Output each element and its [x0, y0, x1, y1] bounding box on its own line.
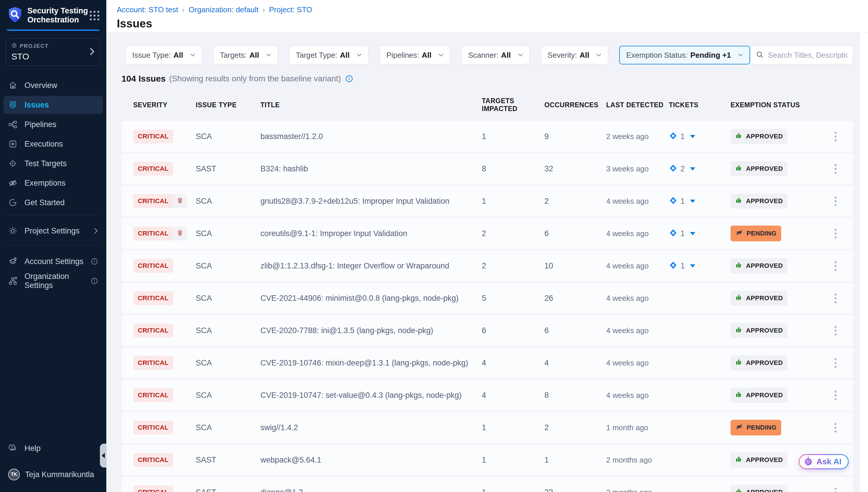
sidebar-item-test-targets[interactable]: Test Targets	[3, 154, 103, 173]
scrollbar[interactable]	[859, 33, 868, 492]
occurrences-cell: 10	[544, 262, 606, 270]
tickets-cell[interactable]: 1	[669, 228, 731, 239]
chevron-right-icon	[89, 48, 95, 57]
issue-type-cell: SAST	[196, 456, 260, 465]
table-row[interactable]: CRITICAL SCA gnutls28@3.7.9-2+deb12u5: I…	[122, 186, 853, 217]
filter-pipelines[interactable]: Pipelines:All	[379, 46, 450, 65]
row-menu-button[interactable]	[833, 324, 838, 337]
chevron-down-icon	[190, 53, 195, 57]
sidebar-collapse-handle[interactable]	[100, 444, 107, 468]
filter-target-type[interactable]: Target Type:All	[289, 46, 368, 65]
row-menu-button[interactable]	[833, 421, 838, 434]
row-menu-button[interactable]	[833, 389, 838, 402]
row-menu-button[interactable]	[833, 356, 838, 370]
project-name: STO	[11, 52, 95, 62]
user-menu[interactable]: TK Teja Kummarikuntla	[3, 466, 103, 484]
avatar: TK	[8, 469, 20, 480]
jira-icon	[669, 196, 678, 206]
search-box	[750, 46, 853, 65]
caret-down-icon	[690, 167, 695, 171]
table-row[interactable]: CRITICAL SCA zlib@1:1.2.13.dfsg-1: Integ…	[122, 250, 853, 281]
row-menu-button[interactable]	[833, 227, 838, 240]
ask-ai-button[interactable]: Ask AI	[799, 454, 849, 469]
app-switcher-icon[interactable]	[90, 11, 99, 20]
issue-type-cell: SCA	[196, 294, 260, 303]
issue-title-cell: bassmaster//1.2.0	[260, 132, 482, 141]
occurrences-cell: 22	[544, 488, 606, 492]
chevron-separator-icon: ›	[262, 6, 265, 14]
exemption-status-badge-approved: APPROVED	[731, 291, 788, 306]
table-row[interactable]: CRITICAL SCA swig//1.4.2 1 2 1 month ago…	[122, 412, 853, 443]
row-menu-button[interactable]	[833, 292, 838, 305]
sidebar-item-organization-settings[interactable]: Organization Settings	[3, 272, 103, 290]
col-header-exemption-status: EXEMPTION STATUS	[731, 101, 818, 109]
app-header: Security Testing Orchestration	[0, 0, 106, 24]
sidebar-item-exemptions[interactable]: Exemptions	[3, 174, 103, 192]
table-row[interactable]: CRITICAL SAST webpack@5.64.1 1 1 2 month…	[122, 444, 853, 475]
filter-targets[interactable]: Targets:All	[213, 46, 278, 65]
table-row[interactable]: CRITICAL SCA CVE-2019-10747: set-value@0…	[122, 380, 853, 411]
breadcrumb-organization-link[interactable]: Organization: default	[189, 5, 259, 14]
filter-exemption-status[interactable]: Exemption Status:Pending +1	[619, 46, 750, 65]
info-icon[interactable]	[345, 75, 353, 83]
sidebar-item-help[interactable]: ? Help	[3, 439, 103, 457]
thumbs-up-icon	[735, 132, 743, 141]
jira-icon	[669, 131, 678, 141]
severity-badge: CRITICAL	[133, 162, 173, 176]
svg-text:?: ?	[11, 445, 13, 449]
row-menu-button[interactable]	[833, 486, 838, 492]
table-row[interactable]: CRITICAL SAST B324: hashlib 8 32 3 weeks…	[122, 153, 853, 184]
severity-badge: CRITICAL	[133, 485, 173, 492]
filter-issue-type[interactable]: Issue Type:All	[126, 46, 202, 65]
row-menu-button[interactable]	[833, 130, 838, 143]
targets-impacted-cell: 1	[482, 456, 544, 465]
tickets-cell[interactable]: 1	[669, 261, 731, 271]
row-menu-button[interactable]	[833, 260, 838, 272]
org-chart-gear-icon	[8, 276, 18, 286]
issue-title-cell: B324: hashlib	[260, 164, 482, 173]
divider	[6, 245, 101, 245]
sidebar-item-executions[interactable]: Executions	[3, 135, 103, 153]
targets-impacted-cell: 1	[482, 132, 544, 141]
ask-ai-label: Ask AI	[816, 457, 841, 466]
occurrences-cell: 26	[544, 294, 606, 303]
col-header-targets-impacted: TARGETS IMPACTED	[482, 97, 544, 113]
table-row[interactable]: CRITICAL SCA CVE-2021-44906: minimist@0.…	[122, 283, 853, 314]
info-icon[interactable]	[90, 277, 98, 285]
sidebar-item-overview[interactable]: Overview	[3, 76, 103, 94]
col-header-issue-type: ISSUE TYPE	[196, 101, 260, 109]
info-icon[interactable]	[90, 258, 98, 265]
chevron-right-icon	[94, 227, 98, 234]
issue-type-cell: SCA	[196, 262, 260, 270]
project-selector[interactable]: PROJECT STO	[6, 39, 101, 66]
table-row[interactable]: CRITICAL SAST django@1.2 1 22 2 months a…	[122, 477, 853, 492]
sidebar-item-issues[interactable]: Issues	[3, 96, 103, 114]
table-row[interactable]: CRITICAL SCA bassmaster//1.2.0 1 9 2 wee…	[122, 121, 853, 152]
table-row[interactable]: CRITICAL SCA CVE-2019-10746: mixin-deep@…	[122, 347, 853, 378]
breadcrumb-project-link[interactable]: Project: STO	[269, 5, 312, 14]
sidebar-item-pipelines[interactable]: Pipelines	[3, 116, 103, 133]
caret-down-icon	[690, 232, 695, 235]
sidebar-item-get-started[interactable]: Get Started	[3, 194, 103, 212]
row-menu-button[interactable]	[833, 162, 838, 175]
row-menu-button[interactable]	[833, 195, 838, 208]
occurrences-cell: 2	[544, 423, 606, 432]
breadcrumb-account-link[interactable]: Account: STO test	[117, 5, 178, 14]
tickets-cell[interactable]: 1	[669, 131, 731, 141]
layers-stack-icon	[177, 229, 184, 238]
collapse-arrow-icon	[102, 453, 105, 458]
filter-scanner[interactable]: Scanner:All	[462, 46, 529, 65]
executions-play-icon	[8, 139, 18, 149]
table-row[interactable]: CRITICAL SCA CVE-2020-7788: ini@1.3.5 (l…	[122, 315, 853, 346]
search-input[interactable]	[768, 51, 848, 60]
sidebar-item-account-settings[interactable]: Account Settings	[3, 252, 103, 270]
chevron-down-icon	[596, 53, 602, 57]
tickets-cell[interactable]: 2	[669, 164, 731, 174]
filter-severity[interactable]: Severity:All	[541, 46, 608, 65]
issues-table-body: CRITICAL SCA bassmaster//1.2.0 1 9 2 wee…	[122, 121, 853, 492]
severity-badge: CRITICAL	[133, 194, 187, 208]
table-row[interactable]: CRITICAL SCA coreutils@9.1-1: Improper I…	[122, 218, 853, 249]
tickets-cell[interactable]: 1	[669, 196, 731, 206]
sidebar-item-project-settings[interactable]: Project Settings	[3, 222, 103, 240]
jira-icon	[669, 228, 678, 239]
